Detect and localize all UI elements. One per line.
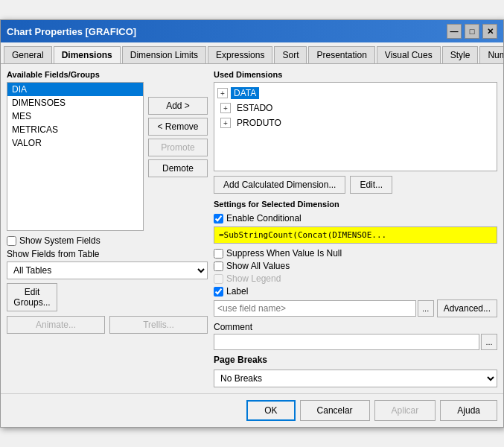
page-breaks-dropdown[interactable]: No Breaks: [214, 370, 497, 387]
expand-icon[interactable]: +: [220, 103, 231, 113]
cancel-button[interactable]: Cancelar: [300, 400, 370, 421]
demote-button[interactable]: Demote: [148, 159, 208, 177]
remove-button[interactable]: < Remove: [148, 118, 208, 136]
right-action-buttons: Add Calculated Dimension... Edit...: [214, 176, 497, 194]
add-button[interactable]: Add >: [148, 97, 208, 115]
show-legend-label: Show Legend: [226, 273, 281, 284]
expand-icon[interactable]: +: [220, 118, 231, 128]
ok-button[interactable]: OK: [246, 400, 295, 421]
tree-item-estado[interactable]: + ESTADO: [217, 101, 494, 115]
dialog-footer: OK Cancelar Aplicar Ajuda: [1, 393, 503, 427]
comment-input[interactable]: [214, 334, 479, 350]
show-all-values-checkbox[interactable]: [214, 261, 223, 271]
help-button[interactable]: Ajuda: [440, 400, 497, 421]
left-bottom: Show System Fields Show Fields from Tabl…: [7, 235, 208, 334]
show-fields-dropdown[interactable]: All Tables: [7, 261, 208, 279]
list-item[interactable]: VALOR: [7, 136, 143, 150]
page-breaks-label: Page Breaks: [214, 355, 497, 365]
used-dimensions-label: Used Dimensions: [214, 70, 497, 79]
minimize-button[interactable]: —: [447, 24, 462, 39]
label-expand-button[interactable]: ...: [418, 300, 434, 317]
show-system-fields-label: Show System Fields: [19, 235, 101, 246]
left-split: DIA DIMENSOES MES METRICAS VALOR Add > <…: [7, 82, 208, 231]
comment-label: Comment: [214, 322, 497, 332]
title-bar-buttons: — □ ✕: [447, 24, 497, 39]
settings-section: Settings for Selected Dimension Enable C…: [214, 200, 497, 387]
tab-style[interactable]: Style: [442, 46, 479, 63]
suppress-null-checkbox[interactable]: [214, 249, 223, 259]
tab-dimension-limits[interactable]: Dimension Limits: [122, 46, 206, 63]
label-label: Label: [226, 286, 248, 297]
title-bar: Chart Properties [GRAFICO] — □ ✕: [1, 20, 503, 42]
animate-button[interactable]: Animate...: [7, 316, 105, 334]
left-panel: Available Fields/Groups DIA DIMENSOES ME…: [7, 70, 208, 387]
expand-icon[interactable]: +: [217, 88, 228, 98]
tree-item-produto[interactable]: + PRODUTO: [217, 115, 494, 130]
label-row: Label: [214, 286, 497, 297]
tab-presentation[interactable]: Presentation: [308, 46, 374, 63]
fields-list[interactable]: DIA DIMENSOES MES METRICAS VALOR: [7, 82, 144, 231]
suppress-null-row: Suppress When Value Is Null: [214, 248, 497, 259]
list-item[interactable]: MES: [7, 110, 143, 123]
label-input-wrapper: ...: [214, 300, 434, 317]
apply-button[interactable]: Aplicar: [374, 400, 436, 421]
formula-box[interactable]: =SubStringCount(Concat(DIMENSOE...: [214, 226, 497, 244]
list-item[interactable]: DIA: [7, 83, 143, 96]
tabs-bar: General Dimensions Dimension Limits Expr…: [1, 42, 503, 64]
tab-expressions[interactable]: Expressions: [208, 46, 272, 63]
show-legend-row: Show Legend: [214, 273, 497, 284]
show-system-fields-row: Show System Fields: [7, 235, 208, 246]
edit-dimension-button[interactable]: Edit...: [350, 176, 392, 194]
tree-item-data[interactable]: + DATA: [217, 86, 494, 101]
advanced-button[interactable]: Advanced...: [437, 299, 497, 317]
show-system-fields-checkbox[interactable]: [7, 236, 16, 246]
edit-groups-button[interactable]: Edit Groups...: [7, 283, 57, 311]
tree-label-produto[interactable]: PRODUTO: [234, 117, 284, 129]
comment-expand-button[interactable]: ...: [481, 334, 497, 350]
promote-button[interactable]: Promote: [148, 139, 208, 156]
enable-conditional-checkbox[interactable]: [214, 214, 223, 224]
trellis-button[interactable]: Trellis...: [109, 316, 208, 334]
show-legend-checkbox[interactable]: [214, 274, 223, 284]
animate-trellis-row: Animate... Trellis...: [7, 316, 208, 334]
tab-number[interactable]: Number: [479, 46, 503, 63]
show-all-values-row: Show All Values: [214, 261, 497, 271]
enable-conditional-label: Enable Conditional: [226, 213, 302, 224]
close-button[interactable]: ✕: [482, 24, 497, 39]
tree-label-estado[interactable]: ESTADO: [234, 102, 275, 114]
label-input-row: ... Advanced...: [214, 299, 497, 317]
maximize-button[interactable]: □: [465, 24, 479, 39]
dialog: Chart Properties [GRAFICO] — □ ✕ General…: [0, 19, 504, 428]
available-fields-label: Available Fields/Groups: [7, 70, 208, 79]
dialog-title: Chart Properties [GRAFICO]: [7, 26, 136, 37]
show-fields-from-label: Show Fields from Table: [7, 249, 208, 259]
settings-label: Settings for Selected Dimension: [214, 200, 497, 209]
comment-row: Comment ...: [214, 322, 497, 350]
tab-dimensions[interactable]: Dimensions: [54, 46, 121, 64]
enable-conditional-row: Enable Conditional: [214, 213, 497, 224]
right-panel: Used Dimensions + DATA + ESTADO + PRODUT…: [214, 70, 497, 387]
show-all-values-label: Show All Values: [226, 261, 290, 271]
dimensions-tree[interactable]: + DATA + ESTADO + PRODUTO: [214, 82, 497, 171]
list-item[interactable]: DIMENSOES: [7, 96, 143, 110]
tab-visual-cues[interactable]: Visual Cues: [377, 46, 441, 63]
add-remove-buttons: Add > < Remove Promote Demote: [148, 82, 208, 177]
label-checkbox[interactable]: [214, 287, 223, 297]
tab-sort[interactable]: Sort: [274, 46, 307, 63]
suppress-null-label: Suppress When Value Is Null: [226, 248, 342, 259]
page-breaks-section: Page Breaks No Breaks: [214, 355, 497, 387]
comment-input-wrapper: ...: [214, 334, 497, 350]
content-area: Available Fields/Groups DIA DIMENSOES ME…: [1, 64, 503, 393]
label-input[interactable]: [214, 300, 416, 317]
list-item[interactable]: METRICAS: [7, 123, 143, 136]
tab-general[interactable]: General: [4, 46, 52, 63]
tree-label-data[interactable]: DATA: [231, 87, 259, 99]
add-calculated-button[interactable]: Add Calculated Dimension...: [214, 176, 345, 194]
